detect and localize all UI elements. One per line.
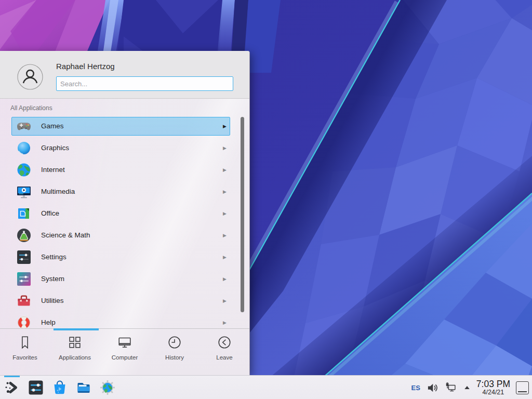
taskbar-panel: ES 7:03 PM 4/24/21 — [0, 375, 532, 399]
category-label: Utilities — [41, 290, 64, 312]
submenu-arrow-icon: ▶ — [223, 224, 227, 246]
category-item-help[interactable]: Help▶ — [0, 312, 249, 328]
computer-tab-icon — [117, 343, 132, 352]
taskbar-dolphin-button[interactable] — [75, 379, 92, 396]
clock-date: 4/24/21 — [476, 389, 510, 396]
task-manager — [4, 376, 123, 399]
category-item-multimedia[interactable]: Multimedia▶ — [0, 181, 249, 203]
games-icon — [16, 118, 32, 135]
submenu-arrow-icon: ▶ — [223, 246, 227, 268]
submenu-arrow-icon: ▶ — [223, 268, 227, 290]
clock-time: 7:03 PM — [476, 379, 510, 389]
favorites-tab-icon — [17, 343, 33, 352]
category-item-office[interactable]: Office▶ — [0, 203, 249, 224]
tab-label: Applications — [50, 354, 100, 361]
category-label: Games — [41, 115, 64, 137]
user-avatar[interactable] — [17, 64, 43, 90]
category-label: System — [41, 268, 64, 290]
application-launcher-popup: Raphael Hertzog All Applications Games▶G… — [0, 51, 250, 375]
konqueror-icon — [99, 379, 116, 396]
category-item-games[interactable]: Games▶ — [0, 115, 249, 137]
kickoff-icon — [4, 379, 20, 396]
tab-label: Leave — [200, 354, 249, 361]
office-icon — [16, 205, 32, 222]
panel-expand-arrow-icon[interactable] — [463, 384, 471, 391]
category-item-settings[interactable]: Settings▶ — [0, 246, 249, 268]
tab-computer[interactable]: Computer — [100, 329, 150, 375]
category-list: Games▶Graphics▶Internet▶Multimedia▶Offic… — [0, 113, 249, 328]
desktop: Raphael Hertzog All Applications Games▶G… — [0, 0, 532, 399]
category-item-internet[interactable]: Internet▶ — [0, 159, 249, 181]
launcher-tab-bar: FavoritesApplicationsComputerHistoryLeav… — [0, 328, 249, 375]
tab-history[interactable]: History — [150, 329, 200, 375]
volume-icon[interactable] — [426, 381, 439, 394]
submenu-arrow-icon: ▶ — [223, 159, 227, 181]
network-icon[interactable] — [445, 381, 458, 394]
category-label: Multimedia — [41, 181, 75, 203]
discover-icon — [51, 379, 68, 396]
tab-leave[interactable]: Leave — [200, 329, 249, 375]
tab-label: Favorites — [0, 354, 50, 361]
tab-label: Computer — [100, 354, 150, 361]
category-label: Science & Math — [41, 224, 90, 246]
system-icon — [16, 271, 32, 287]
tab-applications[interactable]: Applications — [50, 329, 100, 375]
internet-icon — [16, 162, 32, 178]
keyboard-layout-indicator[interactable]: ES — [411, 384, 420, 392]
submenu-arrow-icon: ▶ — [223, 203, 227, 224]
submenu-arrow-icon: ▶ — [223, 181, 227, 203]
history-tab-icon — [167, 343, 182, 352]
taskbar-konqueror-button[interactable] — [99, 379, 116, 396]
graphics-icon — [16, 140, 32, 156]
search-input[interactable] — [56, 76, 233, 91]
taskbar-system-settings-button[interactable] — [28, 379, 44, 396]
scrollbar[interactable] — [241, 117, 244, 312]
show-desktop-button[interactable] — [516, 381, 529, 394]
applications-tab-icon — [67, 343, 83, 352]
help-icon — [16, 314, 32, 328]
multimedia-icon — [16, 183, 32, 200]
submenu-arrow-icon: ▶ — [223, 290, 227, 312]
submenu-arrow-icon: ▶ — [223, 115, 227, 137]
section-label: All Applications — [10, 104, 52, 112]
category-item-science-math[interactable]: Science & Math▶ — [0, 224, 249, 246]
tray-icons — [426, 381, 471, 394]
taskbar-discover-button[interactable] — [51, 379, 68, 396]
active-tab-indicator — [54, 328, 99, 330]
category-label: Internet — [41, 159, 65, 181]
user-name: Raphael Hertzog — [56, 62, 115, 71]
utilities-icon — [16, 292, 32, 309]
leave-tab-icon — [217, 343, 232, 352]
launcher-header: Raphael Hertzog — [0, 51, 249, 99]
tab-favorites[interactable]: Favorites — [0, 329, 50, 375]
category-item-graphics[interactable]: Graphics▶ — [0, 137, 249, 159]
taskbar-application-launcher-button[interactable] — [4, 379, 20, 396]
digital-clock[interactable]: 7:03 PM 4/24/21 — [476, 379, 510, 396]
category-item-utilities[interactable]: Utilities▶ — [0, 290, 249, 312]
systemsettings-icon — [28, 379, 44, 396]
category-label: Office — [41, 203, 59, 224]
dolphin-icon — [75, 379, 92, 396]
submenu-arrow-icon: ▶ — [223, 137, 227, 159]
tab-label: History — [150, 354, 200, 361]
category-label: Help — [41, 312, 56, 328]
settings-icon — [16, 249, 32, 265]
science-icon — [16, 227, 32, 244]
submenu-arrow-icon: ▶ — [223, 312, 227, 328]
category-item-system[interactable]: System▶ — [0, 268, 249, 290]
system-tray: ES 7:03 PM 4/24/21 — [411, 376, 529, 399]
category-label: Settings — [41, 246, 66, 268]
category-label: Graphics — [41, 137, 69, 159]
